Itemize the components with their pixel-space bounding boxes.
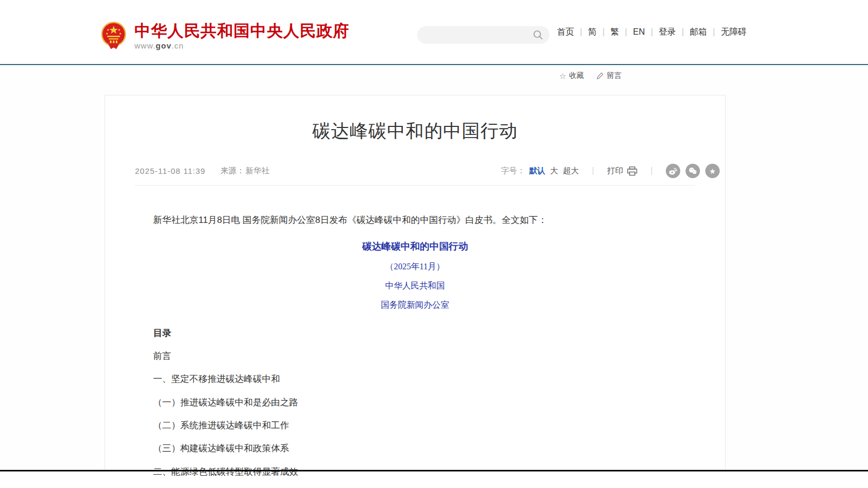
comment-button[interactable]: 留言 (596, 71, 622, 81)
site-brand[interactable]: 中华人民共和国中央人民政府 www.gov.cn (100, 20, 349, 51)
font-size-xlarge[interactable]: 超大 (563, 166, 579, 176)
toc-item: 一、坚定不移推进碳达峰碳中和 (135, 372, 695, 386)
share-qzone-button[interactable]: ★ (705, 164, 720, 178)
share-weibo-button[interactable] (666, 164, 680, 178)
url-www: www. (134, 41, 156, 50)
source-label: 来源： (220, 166, 244, 176)
share-icons: ★ (666, 164, 720, 178)
nav-simplified[interactable]: 简 (574, 27, 596, 38)
nav-mail[interactable]: 邮箱 (676, 27, 707, 38)
publish-date: 2025-11-08 11:39 (135, 166, 205, 175)
print-label: 打印 (607, 166, 623, 176)
toc-item: （三）构建碳达峰碳中和政策体系 (135, 442, 695, 455)
meta-right: 字号： 默认 大 超大 打印 (501, 164, 720, 178)
divider (593, 167, 593, 175)
favorite-label: 收藏 (569, 71, 584, 81)
site-url: www.gov.cn (134, 41, 349, 50)
document-date: （2025年11月） (135, 260, 695, 274)
nav-home[interactable]: 首页 (557, 27, 574, 38)
weibo-icon (668, 166, 678, 176)
search-input[interactable] (417, 26, 533, 44)
article-card: 碳达峰碳中和的中国行动 2025-11-08 11:39 来源： 新华社 字号：… (105, 95, 726, 470)
nav-login[interactable]: 登录 (645, 27, 676, 38)
url-gov: gov (156, 41, 172, 50)
favorite-button[interactable]: ☆ 收藏 (559, 71, 584, 81)
comment-label: 留言 (607, 71, 622, 81)
document-org-line2: 国务院新闻办公室 (135, 299, 695, 312)
page-body: ☆ 收藏 留言 碳达峰碳中和的中国行动 2025-11-08 11:39 来源：… (0, 65, 868, 470)
top-nav: 首页 简 繁 EN 登录 邮箱 无障碍 (557, 0, 746, 64)
brand-text: 中华人民共和国中央人民政府 www.gov.cn (134, 22, 349, 50)
source-value[interactable]: 新华社 (245, 166, 269, 176)
toc-item: （一）推进碳达峰碳中和是必由之路 (135, 396, 695, 410)
url-cn: .cn (172, 41, 184, 50)
font-size-label: 字号： (501, 166, 525, 176)
browser-viewport: 中华人民共和国中央人民政府 www.gov.cn 首页 简 繁 EN 登录 邮箱… (0, 0, 868, 488)
toc-item: 前言 (135, 349, 695, 363)
article-meta: 2025-11-08 11:39 来源： 新华社 字号： 默认 大 超大 打印 (135, 164, 695, 186)
national-emblem-icon (100, 20, 127, 51)
page-tools: ☆ 收藏 留言 (559, 71, 622, 81)
nav-accessibility[interactable]: 无障碍 (707, 27, 746, 38)
document-title: 碳达峰碳中和的中国行动 (135, 239, 695, 254)
search-icon[interactable] (533, 30, 543, 40)
meta-left: 2025-11-08 11:39 来源： 新华社 (135, 166, 269, 176)
wechat-icon (688, 166, 698, 176)
article-body: 新华社北京11月8日电 国务院新闻办公室8日发布《碳达峰碳中和的中国行动》白皮书… (135, 213, 695, 488)
nav-english[interactable]: EN (619, 27, 644, 37)
share-wechat-button[interactable] (686, 164, 700, 178)
site-title: 中华人民共和国中央人民政府 (134, 22, 349, 39)
site-header: 中华人民共和国中央人民政府 www.gov.cn 首页 简 繁 EN 登录 邮箱… (0, 0, 868, 64)
print-button[interactable]: 打印 (607, 166, 638, 176)
search-box[interactable] (417, 26, 550, 44)
nav-traditional[interactable]: 繁 (596, 27, 619, 38)
article-title: 碳达峰碳中和的中国行动 (135, 119, 695, 143)
qzone-star-icon: ★ (709, 167, 716, 175)
viewport-bottom-edge (0, 470, 868, 471)
font-size-default[interactable]: 默认 (529, 166, 545, 176)
toc-heading: 目录 (135, 326, 695, 340)
toc-item: 二、能源绿色低碳转型取得显著成效 (135, 465, 695, 479)
printer-icon (627, 166, 638, 176)
intro-paragraph: 新华社北京11月8日电 国务院新闻办公室8日发布《碳达峰碳中和的中国行动》白皮书… (135, 213, 695, 227)
pencil-icon (596, 72, 604, 80)
star-outline-icon: ☆ (559, 72, 566, 80)
toc-item: （二）系统推进碳达峰碳中和工作 (135, 419, 695, 433)
document-org-line1: 中华人民共和国 (135, 279, 695, 293)
font-size-large[interactable]: 大 (550, 166, 558, 176)
divider (651, 167, 652, 175)
